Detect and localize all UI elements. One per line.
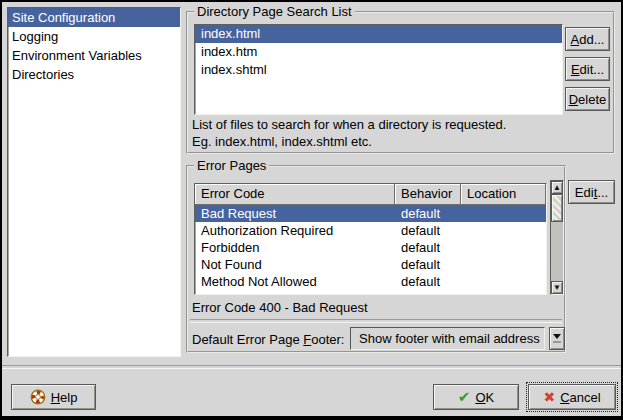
error-pages-table: Error Code Behavior Location Bad Request… [194,183,547,295]
default-footer-select[interactable]: Show footer with email address [350,327,545,350]
list-item[interactable]: index.html [195,25,562,43]
table-header-row: Error Code Behavior Location [195,184,546,205]
frame-title: Error Pages [194,158,269,173]
action-bar-separator [2,365,621,369]
sidebar-item-label: Directories [12,67,74,82]
sidebar-item-directories[interactable]: Directories [8,65,180,84]
list-item[interactable]: index.htm [195,43,562,61]
default-footer-dropdown-button[interactable] [549,327,565,350]
default-footer-label: Default Error Page Footer: [192,332,344,347]
cancel-button[interactable]: ✖ Cancel [528,384,616,410]
chevron-down-icon [553,334,561,339]
list-item-label: index.html [201,26,260,41]
selected-option-label: Show footer with email address [359,331,540,346]
error-edit-button[interactable]: Edit... [568,180,615,204]
edit-button[interactable]: Edit... [565,57,610,81]
table-row[interactable]: Method Not Allowed default [195,273,546,290]
check-icon: ✔ [458,388,471,406]
scroll-down-button[interactable]: ▼ [551,281,563,294]
list-item-label: index.shtml [201,62,267,77]
chevron-down-icon [553,341,561,343]
sidebar-item-label: Environment Variables [12,48,142,63]
sidebar-item-label: Site Configuration [12,10,115,25]
directory-page-list: index.html index.htm index.shtml [194,24,563,115]
table-row[interactable]: Forbidden default [195,239,546,256]
sidebar-item-environment-variables[interactable]: Environment Variables [8,46,180,65]
table-row[interactable]: Bad Request default [195,205,546,222]
column-header-behavior[interactable]: Behavior [395,184,461,205]
delete-button[interactable]: Delete [565,87,610,111]
help-button[interactable]: Help [11,384,96,410]
scroll-up-button[interactable]: ▲ [551,181,563,194]
httpd-configuration-dialog: Site Configuration Logging Environment V… [0,0,623,420]
sidebar-item-logging[interactable]: Logging [8,27,180,46]
column-header-location[interactable]: Location [461,184,546,205]
error-code-status: Error Code 400 - Bad Request [192,300,368,315]
frame-separator [190,319,562,323]
table-row[interactable]: Not Found default [195,256,546,273]
list-item[interactable]: index.shtml [195,61,562,79]
sidebar-item-label: Logging [12,29,58,44]
list-item-label: index.htm [201,44,257,59]
arrow-up-icon: ▲ [553,183,561,192]
add-button[interactable]: Add... [565,27,610,51]
directory-list-description: List of files to search for when a direc… [192,116,592,150]
category-list: Site Configuration Logging Environment V… [7,7,181,357]
arrow-down-icon: ▼ [553,283,561,292]
ok-button[interactable]: ✔ OK [433,384,519,410]
scrollbar-thumb[interactable] [551,194,563,222]
frame-title: Directory Page Search List [194,4,355,19]
table-scrollbar[interactable]: ▲ ▼ [550,180,564,295]
table-row[interactable]: Authorization Required default [195,222,546,239]
sidebar-item-site-configuration[interactable]: Site Configuration [8,8,180,27]
column-header-error-code[interactable]: Error Code [195,184,395,205]
help-lifebuoy-icon [30,389,46,405]
x-icon: ✖ [543,389,555,405]
